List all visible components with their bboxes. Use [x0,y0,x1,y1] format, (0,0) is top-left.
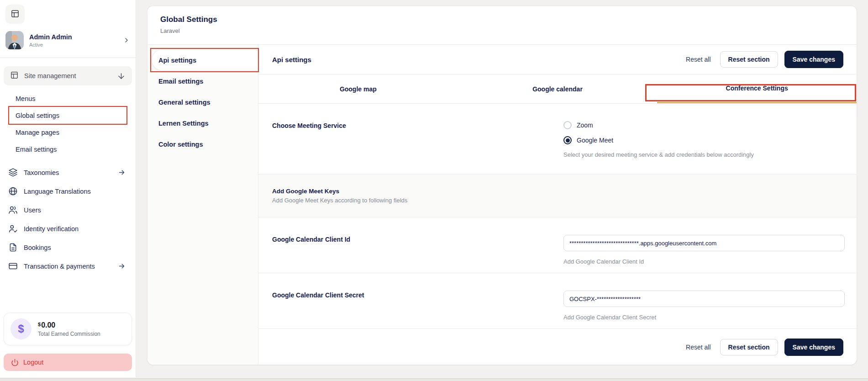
footer-reset-all-button[interactable]: Reset all [683,340,713,355]
layout-panel-icon [11,9,20,20]
radio-google-meet-checked[interactable] [563,136,572,144]
sidebar-item-menus[interactable]: Menus [4,90,132,107]
google-meet-keys-section: Add Google Meet Keys Add Google Meet Key… [258,174,857,217]
tab-google-calendar[interactable]: Google calendar [458,74,658,103]
radio-zoom-unchecked[interactable] [563,121,572,129]
currency-symbol: $ [38,322,41,327]
page-subtitle: Laravel [160,27,844,34]
sidebar-item-label: Global settings [16,112,59,119]
amount-value: 0.00 [41,321,55,329]
settings-nav-label: Api settings [158,57,196,64]
settings-nav: Api settings Email settings General sett… [147,45,258,365]
keys-section-title: Add Google Meet Keys [272,188,857,195]
sidebar-divider [0,58,136,58]
tab-label: Google map [340,85,377,93]
logout-button[interactable]: Logout [4,354,132,371]
commission-card: $ $0.00 Total Earned Commission [4,312,132,345]
page-bottom-edge [0,378,868,381]
settings-nav-lernen-settings[interactable]: Lernen Settings [147,113,258,133]
logout-label: Logout [23,359,43,366]
settings-nav-general-settings[interactable]: General settings [147,92,258,112]
power-icon [11,359,23,366]
client-secret-label: Google Calendar Client Secret [272,273,563,328]
radio-option-zoom[interactable]: Zoom [563,121,843,129]
client-secret-control: Add Google Calendar Client Secret [563,273,845,328]
section-title: Api settings [272,56,311,64]
settings-content: Api settings Reset all Reset section Sav… [258,45,857,365]
card-header: Global Settings Laravel [147,6,857,45]
sidebar-item-email-settings[interactable]: Email settings [4,141,132,158]
globe-icon [8,186,18,196]
section-actions: Reset all Reset section Save changes [683,51,843,68]
settings-nav-email-settings[interactable]: Email settings [147,71,258,91]
settings-nav-color-settings[interactable]: Color settings [147,134,258,154]
client-id-control: Add Google Calendar Client Id [563,217,845,273]
credit-card-icon [8,261,18,271]
commission-label: Total Earned Commission [38,331,100,337]
sidebar-item-taxonomies[interactable]: Taxonomies [4,163,132,182]
sidebar-toggle-button[interactable] [5,5,25,24]
radio-label: Google Meet [577,137,613,144]
sidebar-item-label: Menus [16,95,36,102]
tab-google-map[interactable]: Google map [258,74,458,103]
tab-label: Google calendar [532,85,583,93]
sidebar-item-label: Bookings [24,244,51,251]
file-icon [8,243,18,252]
arrow-down-icon [117,72,126,80]
card-body: Api settings Email settings General sett… [147,45,857,365]
users-icon [8,205,18,215]
sidebar-item-bookings[interactable]: Bookings [4,238,132,257]
sidebar-item-transaction-payments[interactable]: Transaction & payments [4,257,132,275]
tab-conference-settings[interactable]: Conference Settings [657,74,857,103]
form-footer-actions: Reset all Reset section Save changes [258,329,857,365]
admin-settings-screen: Admin Admin Active Site management Menus… [0,0,868,381]
global-settings-card: Global Settings Laravel Api settings Ema… [147,5,857,365]
client-secret-helper: Add Google Calendar Client Secret [563,314,845,321]
layers-icon [8,168,18,177]
conference-settings-form: Choose Meeting Service Zoom Google Meet [258,104,857,365]
layout-panel-icon [10,71,19,81]
footer-save-changes-button[interactable]: Save changes [784,339,843,356]
reset-section-button[interactable]: Reset section [720,51,778,68]
chevron-right-icon [123,37,130,44]
sidebar-item-identity-verification[interactable]: Identity verification [4,219,132,238]
settings-nav-api-settings[interactable]: Api settings [152,50,258,70]
settings-nav-label: Color settings [158,141,203,148]
client-id-input[interactable] [563,235,845,251]
meeting-service-options: Zoom Google Meet Select your desired mee… [563,104,843,174]
meeting-service-label: Choose Meeting Service [272,104,563,174]
site-management-submenu: Menus Global settings Manage pages Email… [4,90,132,158]
section-header: Api settings Reset all Reset section Sav… [258,45,857,74]
sidebar-item-label: Manage pages [16,129,59,136]
group-label: Site management [24,72,76,79]
sidebar-item-global-settings[interactable]: Global settings [4,107,132,124]
radio-option-google-meet[interactable]: Google Meet [563,136,843,144]
arrow-right-icon [118,169,126,176]
sidebar: Admin Admin Active Site management Menus… [0,0,136,377]
commission-text: $0.00 Total Earned Commission [38,321,100,337]
sidebar-item-manage-pages[interactable]: Manage pages [4,124,132,141]
settings-nav-label: Lernen Settings [158,120,209,127]
sidebar-item-label: Taxonomies [24,169,59,176]
arrow-right-icon [118,262,126,270]
save-changes-button[interactable]: Save changes [784,51,843,68]
reset-all-button[interactable]: Reset all [683,52,713,67]
client-secret-input[interactable] [563,291,845,307]
dollar-icon: $ [11,318,32,339]
avatar [5,31,24,49]
footer-reset-section-button[interactable]: Reset section [720,339,778,355]
client-id-helper: Add Google Calendar Client Id [563,258,845,265]
user-profile[interactable]: Admin Admin Active [4,31,132,49]
user-status: Active [29,42,72,48]
sidebar-item-label: Users [24,206,41,214]
tab-label: Conference Settings [726,85,788,92]
user-name: Admin Admin [29,33,72,41]
sidebar-item-users[interactable]: Users [4,201,132,219]
api-settings-tabs: Google map Google calendar Conference Se… [258,74,857,104]
sidebar-group-site-management[interactable]: Site management [4,66,132,85]
sidebar-item-label: Transaction & payments [24,263,95,270]
settings-nav-label: General settings [158,99,210,106]
client-secret-row: Google Calendar Client Secret Add Google… [258,273,857,329]
sidebar-item-language-translations[interactable]: Language Translations [4,182,132,201]
radio-label: Zoom [577,122,593,129]
